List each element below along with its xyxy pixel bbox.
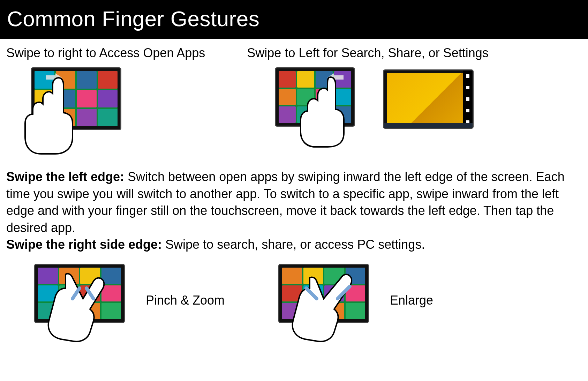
start-screen-tiles <box>38 268 121 319</box>
page-content: Swipe to right to Access Open Apps Swipe… <box>0 39 588 337</box>
charms-bar <box>463 70 473 128</box>
charm-search-icon <box>466 74 469 78</box>
swipe-left-heading: Swipe to Left for Search, Share, or Sett… <box>247 46 488 60</box>
swipe-left-start-illustration <box>275 67 355 144</box>
swipe-right-illustration <box>31 67 121 151</box>
tablet-frame <box>31 67 121 130</box>
gesture-description: Swipe the left edge: Switch between open… <box>6 169 582 253</box>
tablet-frame <box>275 67 355 127</box>
desktop-tablet-illustration <box>383 69 474 129</box>
right-edge-text: Swipe to search, share, or access PC set… <box>162 237 425 252</box>
swipe-left-illustrations <box>247 67 488 144</box>
pinch-zoom-label: Pinch & Zoom <box>146 293 236 308</box>
tablet-frame <box>34 264 125 323</box>
enlarge-illustration <box>278 264 369 337</box>
left-edge-label: Swipe the left edge: <box>6 170 124 184</box>
charm-start-icon <box>466 97 469 101</box>
swipe-right-block: Swipe to right to Access Open Apps <box>6 46 205 151</box>
charm-share-icon <box>466 86 469 89</box>
pinch-illustration <box>34 264 125 337</box>
right-edge-label: Swipe the right side edge: <box>6 237 162 252</box>
start-screen-tiles <box>282 268 365 319</box>
gesture-row-1: Swipe to right to Access Open Apps Swipe… <box>6 46 582 151</box>
swipe-right-heading: Swipe to right to Access Open Apps <box>6 46 205 60</box>
charm-devices-icon <box>466 109 469 112</box>
taskbar <box>384 123 473 128</box>
enlarge-label: Enlarge <box>390 293 433 308</box>
gesture-row-2: Pinch & Zoom Enlarge <box>6 264 582 337</box>
swipe-left-block: Swipe to Left for Search, Share, or Sett… <box>247 46 488 151</box>
page-title: Common Finger Gestures <box>7 7 259 31</box>
desktop-wallpaper <box>387 73 470 125</box>
page-header: Common Finger Gestures <box>0 0 588 39</box>
tablet-frame <box>278 264 369 323</box>
